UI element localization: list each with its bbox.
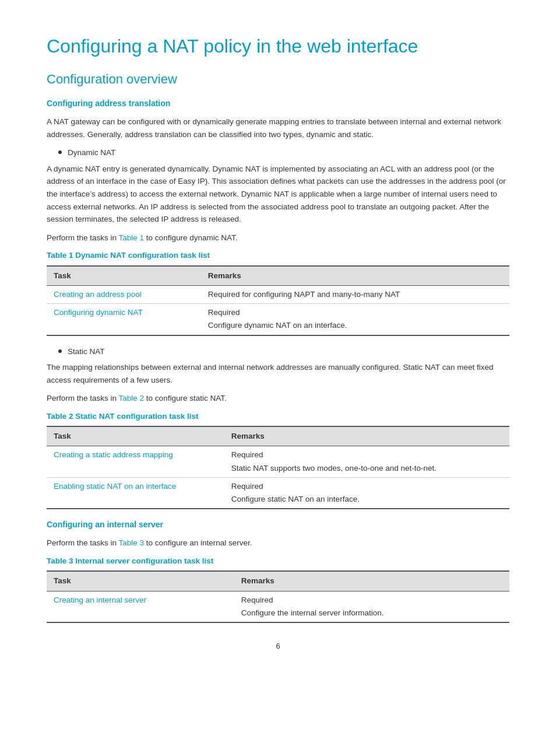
table2-row2-task: Enabling static NAT on an interface — [47, 477, 224, 509]
table1-caption: Table 1 Dynamic NAT configuration task l… — [47, 250, 509, 261]
table2-row1-remarks: Required Static NAT supports two modes, … — [224, 446, 509, 478]
link-table2[interactable]: Table 2 — [119, 394, 145, 402]
link-enabling-static-nat-interface[interactable]: Enabling static NAT on an interface — [54, 482, 176, 491]
para-table3-ref: Perform the tasks in Table 3 to configur… — [47, 537, 509, 550]
bullet-dynamic-nat: Dynamic NAT — [58, 146, 509, 159]
bullet-text-dynamic-nat: Dynamic NAT — [68, 146, 115, 159]
link-creating-static-address-mapping[interactable]: Creating a static address mapping — [54, 450, 173, 459]
remarks-multi-1: Required Configure dynamic NAT on an int… — [208, 307, 502, 332]
link-creating-address-pool[interactable]: Creating an address pool — [54, 290, 142, 299]
table1-row1-task: Creating an address pool — [47, 285, 201, 303]
remark-configure-static: Configure static NAT on an interface. — [231, 494, 502, 505]
para-address-translation-1: A NAT gateway can be configured with or … — [47, 116, 509, 141]
table-row: Enabling static NAT on an interface Requ… — [47, 477, 509, 509]
table2-header-row: Task Remarks — [47, 426, 509, 446]
table2-row2-remarks: Required Configure static NAT on an inte… — [224, 477, 509, 509]
remark-required-3: Required — [231, 481, 502, 492]
table3-internal-server: Task Remarks Creating an internal server… — [47, 570, 509, 623]
para-table2-suffix: to configure static NAT. — [144, 394, 227, 402]
para-table1-ref: Perform the tasks in Table 1 to configur… — [47, 232, 509, 244]
para-table1-suffix: to configure dynamic NAT. — [144, 233, 237, 242]
subsection-address-translation: Configuring address translation A NAT ga… — [47, 97, 509, 509]
para-table2-ref: Perform the tasks in Table 2 to configur… — [47, 392, 509, 405]
bullet-dot-2 — [58, 349, 62, 353]
table1-col-task: Task — [47, 266, 201, 286]
link-creating-internal-server[interactable]: Creating an internal server — [54, 596, 146, 604]
table3-caption: Table 3 Internal server configuration ta… — [47, 555, 509, 567]
remark-configure-1: Configure dynamic NAT on an interface. — [208, 320, 502, 331]
para-table3-prefix: Perform the tasks in — [47, 538, 119, 547]
para-table2-prefix: Perform the tasks in — [47, 394, 119, 402]
para-static-nat-1: The mapping relationships between extern… — [47, 361, 509, 386]
bullet-dot-1 — [58, 150, 62, 154]
table3-row1-remarks: Required Configure the internal server i… — [234, 591, 509, 622]
remarks-multi-2: Required Static NAT supports two modes, … — [231, 449, 502, 474]
table-row: Configuring dynamic NAT Required Configu… — [47, 304, 509, 335]
table3-header-row: Task Remarks — [47, 571, 509, 591]
para-table1-prefix: Perform the tasks in — [47, 233, 119, 242]
table1-row2-task: Configuring dynamic NAT — [47, 304, 201, 335]
para-address-translation-2: A dynamic NAT entry is generated dynamic… — [47, 163, 509, 226]
table1-row1-remarks: Required for configuring NAPT and many-t… — [201, 285, 509, 303]
link-table1[interactable]: Table 1 — [119, 233, 145, 242]
table3-col-task: Task — [47, 571, 234, 591]
subsection-internal-server: Configuring an internal server Perform t… — [47, 519, 509, 623]
remarks-multi-3: Required Configure static NAT on an inte… — [231, 481, 502, 506]
table-row: Creating an address pool Required for co… — [47, 285, 509, 303]
link-table3[interactable]: Table 3 — [119, 538, 145, 547]
subsection-heading-internal-server: Configuring an internal server — [47, 519, 509, 531]
table3-row1-task: Creating an internal server — [47, 591, 234, 622]
table3-col-remarks: Remarks — [234, 571, 509, 591]
table-row: Creating an internal server Required Con… — [47, 591, 509, 622]
table1-col-remarks: Remarks — [201, 266, 509, 286]
table-row: Creating a static address mapping Requir… — [47, 446, 509, 478]
table2-row1-task: Creating a static address mapping — [47, 446, 224, 478]
bullet-text-static-nat: Static NAT — [68, 345, 105, 358]
table2-caption: Table 2 Static NAT configuration task li… — [47, 411, 509, 422]
link-configuring-dynamic-nat[interactable]: Configuring dynamic NAT — [54, 308, 143, 317]
table1-dynamic-nat: Task Remarks Creating an address pool Re… — [47, 265, 509, 336]
subsection-heading-address-translation: Configuring address translation — [47, 97, 509, 110]
remark-required-4: Required — [241, 594, 502, 606]
table2-col-task: Task — [47, 426, 224, 446]
table1-row2-remarks: Required Configure dynamic NAT on an int… — [201, 304, 509, 335]
page-number: 6 — [47, 640, 509, 652]
remark-required-1: Required — [208, 307, 502, 318]
table2-col-remarks: Remarks — [224, 426, 509, 446]
section-heading-config-overview: Configuration overview — [47, 71, 509, 88]
page-title: Configuring a NAT policy in the web inte… — [47, 35, 509, 57]
remark-static-modes: Static NAT supports two modes, one-to-on… — [231, 463, 502, 474]
bullet-static-nat: Static NAT — [58, 345, 509, 358]
para-table3-suffix: to configure an internal server. — [144, 538, 252, 547]
table1-header-row: Task Remarks — [47, 266, 509, 286]
remark-configure-internal: Configure the internal server informatio… — [241, 607, 502, 619]
table2-static-nat: Task Remarks Creating a static address m… — [47, 426, 509, 509]
remarks-multi-4: Required Configure the internal server i… — [241, 594, 502, 620]
remark-required-2: Required — [231, 449, 502, 461]
